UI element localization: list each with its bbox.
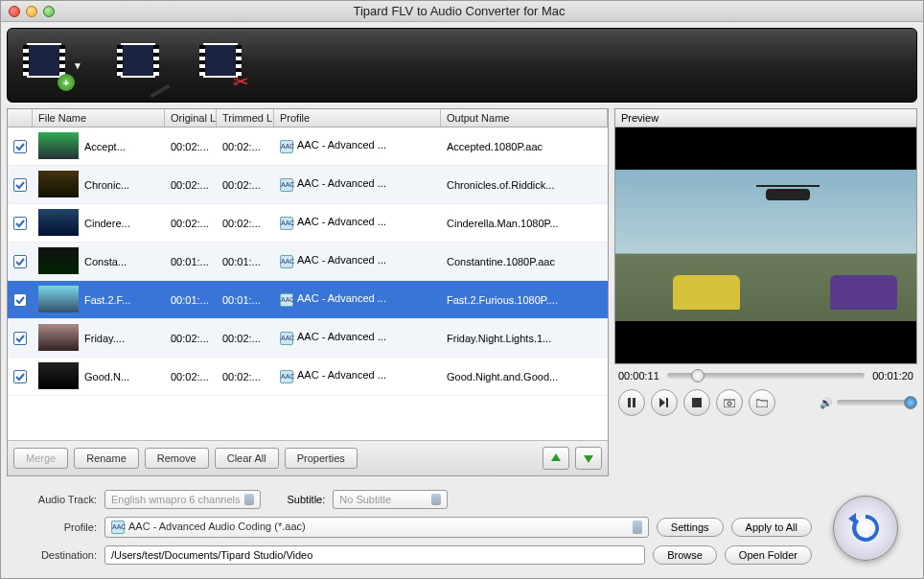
properties-button[interactable]: Properties: [285, 448, 358, 469]
cell-trimmed: 00:01:...: [217, 256, 274, 267]
merge-button[interactable]: Merge: [13, 448, 68, 469]
cell-trimmed: 00:01:...: [217, 294, 274, 306]
thumbnail: [38, 247, 79, 274]
snapshot-folder-button[interactable]: [749, 389, 775, 416]
cell-profile: AACAAC - Advanced ...: [274, 216, 441, 229]
rename-button[interactable]: Rename: [74, 448, 139, 469]
cell-output: Chronicles.of.Riddick...: [441, 179, 608, 191]
row-checkbox[interactable]: [13, 293, 27, 307]
car-graphic: [673, 275, 740, 310]
table-row[interactable]: Cindere...00:02:...00:02:...AACAAC - Adv…: [8, 204, 608, 243]
cell-filename: Fast.2.F...: [79, 294, 165, 306]
col-original[interactable]: Original Le: [165, 109, 217, 127]
cell-trimmed: 00:02:...: [217, 179, 274, 191]
row-checkbox[interactable]: [13, 370, 27, 383]
cell-filename: Friday....: [79, 333, 165, 344]
row-checkbox[interactable]: [13, 140, 27, 153]
clear-all-button[interactable]: Clear All: [215, 448, 279, 469]
row-checkbox[interactable]: [13, 332, 27, 345]
stop-button[interactable]: [683, 389, 710, 416]
preview-video[interactable]: [614, 127, 917, 364]
profile-label: Profile:: [18, 521, 97, 533]
aac-icon: AAC: [280, 178, 293, 192]
svg-point-8: [728, 402, 731, 405]
add-file-button[interactable]: +: [27, 43, 71, 87]
destination-field[interactable]: /Users/test/Documents/Tipard Studio/Vide…: [104, 545, 645, 565]
destination-label: Destination:: [18, 549, 97, 561]
row-checkbox[interactable]: [13, 178, 27, 192]
aac-icon: AAC: [280, 370, 293, 383]
pause-button[interactable]: [618, 389, 645, 416]
move-up-button[interactable]: [543, 447, 569, 470]
subtitle-select[interactable]: No Subtitle▲▼: [333, 490, 448, 509]
effect-button[interactable]: [121, 43, 165, 87]
svg-marker-0: [551, 453, 561, 461]
table-row[interactable]: Good.N...00:02:...00:02:...AACAAC - Adva…: [8, 358, 608, 396]
table-row[interactable]: Chronic...00:02:...00:02:...AACAAC - Adv…: [8, 166, 608, 204]
cell-trimmed: 00:02:...: [217, 141, 274, 152]
cell-filename: Consta...: [79, 256, 165, 267]
cell-output: Cinderella.Man.1080P...: [441, 218, 608, 229]
remove-button[interactable]: Remove: [145, 448, 209, 469]
cell-profile: AACAAC - Advanced ...: [274, 292, 441, 306]
cell-trimmed: 00:02:...: [217, 218, 274, 229]
col-profile[interactable]: Profile: [274, 109, 441, 127]
svg-marker-1: [584, 455, 593, 463]
main-window: Tipard FLV to Audio Converter for Mac + …: [0, 0, 924, 579]
preview-header: Preview: [614, 108, 917, 127]
helicopter-graphic: [766, 189, 810, 200]
settings-button[interactable]: Settings: [657, 518, 724, 537]
convert-button[interactable]: [833, 496, 898, 561]
volume-slider[interactable]: [837, 400, 913, 405]
svg-marker-4: [659, 398, 665, 407]
audiotrack-select[interactable]: English wmapro 6 channels▲▼: [104, 490, 261, 509]
cell-original: 00:02:...: [165, 218, 217, 229]
subtitle-label: Subtitle:: [288, 494, 326, 505]
thumbnail: [38, 209, 79, 236]
trim-button[interactable]: ✂: [203, 43, 247, 87]
svg-rect-7: [724, 400, 735, 407]
cell-output: Good.Night.and.Good...: [441, 371, 608, 382]
close-icon[interactable]: [9, 6, 20, 17]
table-row[interactable]: Friday....00:02:...00:02:...AACAAC - Adv…: [8, 319, 608, 358]
step-button[interactable]: [651, 389, 678, 416]
col-filename[interactable]: File Name: [33, 109, 165, 127]
cell-output: Friday.Night.Lights.1...: [441, 333, 608, 344]
profile-select[interactable]: AACAAC - Advanced Audio Coding (*.aac)▲▼: [104, 517, 649, 538]
row-checkbox[interactable]: [13, 255, 27, 268]
chevron-down-icon[interactable]: ▼: [73, 60, 82, 71]
snapshot-button[interactable]: [716, 389, 743, 416]
cell-trimmed: 00:02:...: [217, 371, 274, 382]
table-row[interactable]: Consta...00:01:...00:01:...AACAAC - Adva…: [8, 243, 608, 281]
aac-icon: AAC: [280, 217, 293, 230]
minimize-icon[interactable]: [26, 6, 37, 17]
browse-button[interactable]: Browse: [653, 545, 717, 565]
thumbnail: [38, 324, 79, 351]
cell-trimmed: 00:02:...: [217, 333, 274, 344]
table-row[interactable]: Fast.2.F...00:01:...00:01:...AACAAC - Ad…: [8, 281, 608, 319]
cell-profile: AACAAC - Advanced ...: [274, 139, 441, 152]
cell-profile: AACAAC - Advanced ...: [274, 369, 441, 382]
time-row: 00:00:11 00:01:20: [614, 364, 917, 387]
settings-panel: Audio Track: English wmapro 6 channels▲▼…: [7, 482, 917, 572]
svg-rect-6: [692, 398, 702, 407]
thumbnail: [38, 286, 79, 313]
table-row[interactable]: Accept...00:02:...00:02:...AACAAC - Adva…: [8, 127, 608, 166]
total-time: 00:01:20: [872, 370, 913, 382]
col-trimmed[interactable]: Trimmed L: [217, 109, 274, 127]
move-down-button[interactable]: [575, 447, 602, 470]
open-folder-button[interactable]: Open Folder: [725, 545, 812, 565]
col-output[interactable]: Output Name: [441, 109, 608, 127]
window-controls: [9, 6, 55, 17]
cell-original: 00:01:...: [165, 256, 217, 267]
row-checkbox[interactable]: [13, 217, 27, 230]
current-time: 00:00:11: [618, 370, 659, 382]
aac-icon: AAC: [280, 293, 293, 307]
car-graphic: [830, 275, 897, 310]
zoom-icon[interactable]: [43, 6, 55, 17]
svg-marker-9: [848, 513, 856, 524]
apply-all-button[interactable]: Apply to All: [731, 518, 812, 537]
list-toolbar: Merge Rename Remove Clear All Properties: [8, 440, 608, 475]
preview-panel: Preview 00:00:11 00:01:20: [614, 108, 917, 476]
seek-slider[interactable]: [667, 373, 865, 379]
